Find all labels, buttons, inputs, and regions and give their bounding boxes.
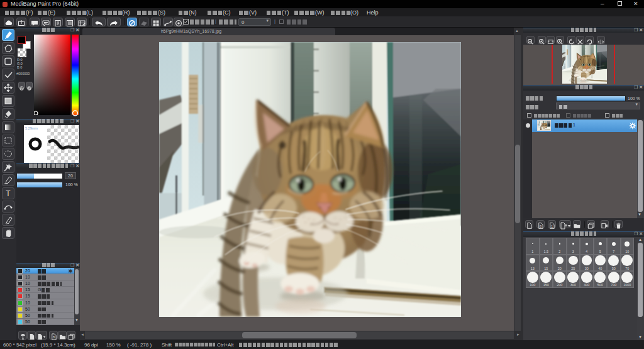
svg-text:8: 8 (540, 224, 541, 228)
svg-text:1: 1 (551, 224, 553, 228)
svg-text:T: T (6, 189, 11, 198)
svg-text:8: 8 (52, 335, 54, 339)
